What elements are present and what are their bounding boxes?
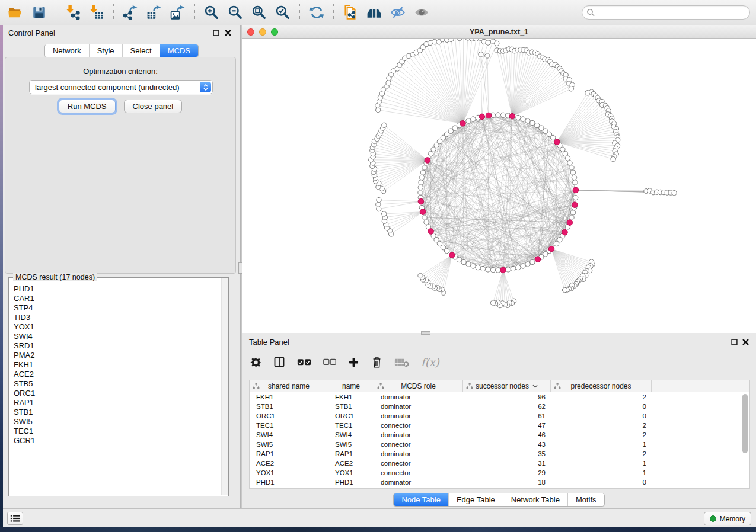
memory-button[interactable]: Memory: [704, 512, 751, 525]
close-panel-button[interactable]: Close panel: [124, 100, 183, 113]
column-header-MCDS-role[interactable]: MCDS role: [374, 380, 463, 392]
tab-mcds[interactable]: MCDS: [160, 44, 198, 57]
refresh-layout-icon[interactable]: [308, 4, 325, 21]
table-cell: ACE2: [250, 459, 328, 468]
desktop-wallpaper-left: [0, 25, 3, 527]
mcds-result-item[interactable]: SWI4: [14, 332, 221, 341]
control-panel-header: Control Panel: [3, 25, 240, 40]
add-row-icon[interactable]: [348, 355, 359, 369]
delete-row-icon[interactable]: [371, 355, 382, 369]
column-header-predecessor-nodes[interactable]: predecessor nodes: [551, 380, 652, 392]
table-cell: connector: [374, 468, 463, 477]
open-file-icon[interactable]: [7, 4, 24, 21]
hide-graphics-details-icon[interactable]: [390, 4, 406, 21]
network-from-document-icon[interactable]: [342, 4, 359, 21]
table-row[interactable]: TEC1TEC1connector472: [250, 421, 749, 430]
zoom-fit-icon[interactable]: [251, 4, 267, 21]
export-table-icon[interactable]: [146, 4, 162, 21]
tab-select[interactable]: Select: [122, 44, 160, 57]
optimization-criterion-select[interactable]: largest connected component (undirected): [29, 80, 213, 94]
zoom-out-icon[interactable]: [227, 4, 244, 21]
table-cell: connector: [374, 459, 463, 468]
table-cell: connector: [374, 440, 463, 449]
table-body: FKH1FKH1dominator962STB1STB1dominator620…: [250, 392, 749, 487]
table-row[interactable]: FKH1FKH1dominator962: [250, 392, 749, 402]
table-row[interactable]: SWI4SWI4dominator462: [250, 430, 749, 440]
mcds-list-scrollbar[interactable]: [221, 278, 228, 495]
mcds-result-item[interactable]: STB1: [14, 408, 221, 417]
table-row[interactable]: YOX1YOX1connector291: [250, 468, 749, 477]
table-cell: 2: [551, 430, 652, 440]
mcds-result-item[interactable]: ORC1: [14, 389, 221, 398]
network-view-window: YPA_prune.txt_1: [242, 25, 756, 333]
mcds-result-item[interactable]: ACE2: [14, 370, 221, 379]
select-all-rows-icon[interactable]: [297, 355, 311, 369]
search-icon: [586, 8, 595, 17]
mcds-result-item[interactable]: RAP1: [14, 398, 221, 408]
table-row[interactable]: ORC1ORC1dominator610: [250, 411, 749, 421]
import-table-icon[interactable]: [88, 4, 105, 21]
show-graphics-details-icon[interactable]: [413, 4, 430, 21]
network-window-titlebar: YPA_prune.txt_1: [242, 25, 756, 39]
column-header-name[interactable]: name: [328, 380, 374, 392]
save-session-icon[interactable]: [31, 4, 47, 21]
mcds-result-item[interactable]: SRD1: [14, 341, 221, 351]
import-network-icon[interactable]: [65, 4, 81, 21]
table-cell: FKH1: [328, 392, 374, 402]
table-settings-icon[interactable]: [250, 355, 261, 369]
table-cell: SWI5: [250, 440, 328, 449]
mcds-result-item[interactable]: PHD1: [14, 284, 221, 294]
mcds-result-item[interactable]: CAR1: [14, 294, 221, 303]
mcds-result-item[interactable]: GCR1: [14, 436, 221, 446]
mcds-result-item[interactable]: STB5: [14, 379, 221, 389]
table-cell: dominator: [374, 392, 463, 402]
select-stepper-icon: [200, 82, 211, 92]
table-scrollbar-thumb[interactable]: [742, 394, 748, 453]
zoom-in-icon[interactable]: [203, 4, 220, 21]
mcds-result-item[interactable]: STP4: [14, 303, 221, 313]
table-tab-edge-table[interactable]: Edge Table: [448, 493, 503, 506]
table-tab-network-table[interactable]: Network Table: [503, 493, 567, 506]
table-cell: dominator: [374, 449, 463, 459]
search-input[interactable]: [582, 5, 750, 20]
table-cell: 0: [551, 402, 652, 411]
export-image-icon[interactable]: [170, 4, 186, 21]
table-row[interactable]: PHD1PHD1dominator180: [250, 477, 749, 487]
float-table-panel-icon[interactable]: [731, 338, 738, 345]
network-graph[interactable]: [242, 39, 756, 333]
mcds-result-item[interactable]: FKH1: [14, 360, 221, 370]
tab-style[interactable]: Style: [89, 44, 122, 57]
mcds-result-item[interactable]: PMA2: [14, 351, 221, 360]
close-panel-icon[interactable]: [225, 29, 232, 36]
column-layout-icon[interactable]: [273, 355, 285, 369]
table-row[interactable]: ACE2ACE2connector311: [250, 459, 749, 468]
zoom-selected-icon[interactable]: [275, 4, 291, 21]
table-row[interactable]: SWI5SWI5connector431: [250, 440, 749, 449]
deselect-all-rows-icon[interactable]: [323, 355, 336, 369]
table-scrollbar[interactable]: [742, 393, 748, 487]
network-canvas[interactable]: [242, 39, 756, 333]
task-history-button[interactable]: [7, 512, 23, 525]
mcds-result-item[interactable]: YOX1: [14, 322, 221, 332]
bird-eye-view-icon[interactable]: [366, 4, 382, 21]
table-row[interactable]: STB1STB1dominator620: [250, 402, 749, 411]
run-mcds-button[interactable]: Run MCDS: [59, 100, 116, 113]
tab-network[interactable]: Network: [45, 44, 89, 57]
table-tab-node-table[interactable]: Node Table: [394, 493, 448, 506]
close-table-panel-icon[interactable]: [742, 338, 749, 345]
export-network-icon[interactable]: [122, 4, 139, 21]
status-bar: Memory: [0, 508, 756, 527]
column-label: predecessor nodes: [570, 382, 631, 390]
float-panel-icon[interactable]: [213, 29, 220, 36]
table-cell: 29: [463, 468, 551, 477]
mcds-result-item[interactable]: SWI5: [14, 417, 221, 427]
table-tab-motifs[interactable]: Motifs: [567, 493, 604, 506]
column-header-successor-nodes[interactable]: successor nodes: [463, 380, 551, 392]
toolbar-group: [334, 4, 438, 21]
mcds-result-item[interactable]: TID3: [14, 313, 221, 322]
mcds-result-item[interactable]: TEC1: [14, 427, 221, 436]
column-header-shared-name[interactable]: shared name: [250, 380, 328, 392]
table-cell: dominator: [374, 402, 463, 411]
table-row[interactable]: RAP1RAP1dominator352: [250, 449, 749, 459]
table-cell: ORC1: [250, 411, 328, 421]
